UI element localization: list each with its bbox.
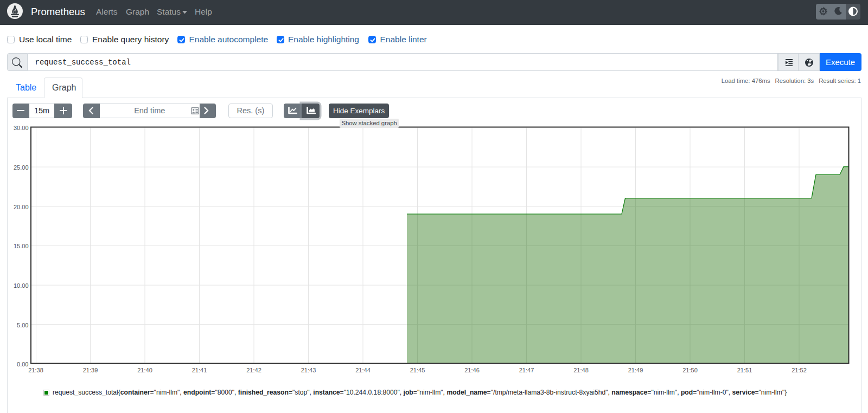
svg-text:5.00: 5.00: [17, 322, 28, 328]
svg-text:21:46: 21:46: [464, 367, 480, 373]
svg-text:21:52: 21:52: [792, 367, 807, 373]
svg-text:10.00: 10.00: [14, 282, 29, 289]
svg-text:21:50: 21:50: [682, 367, 698, 373]
svg-text:21:38: 21:38: [28, 367, 43, 373]
svg-text:21:45: 21:45: [410, 367, 425, 373]
svg-text:21:51: 21:51: [737, 367, 752, 373]
svg-text:30.00: 30.00: [14, 125, 29, 131]
svg-text:21:40: 21:40: [137, 367, 152, 373]
svg-text:21:47: 21:47: [519, 367, 534, 373]
svg-text:21:44: 21:44: [355, 367, 371, 373]
svg-text:21:49: 21:49: [628, 367, 643, 373]
svg-text:21:43: 21:43: [301, 367, 316, 373]
svg-text:21:42: 21:42: [246, 367, 261, 373]
svg-text:0.00: 0.00: [17, 361, 28, 367]
svg-text:21:48: 21:48: [573, 367, 589, 373]
svg-text:25.00: 25.00: [14, 164, 29, 171]
svg-text:21:41: 21:41: [192, 367, 207, 373]
svg-text:20.00: 20.00: [14, 204, 29, 210]
svg-text:15.00: 15.00: [14, 243, 29, 249]
svg-text:21:39: 21:39: [83, 367, 98, 373]
